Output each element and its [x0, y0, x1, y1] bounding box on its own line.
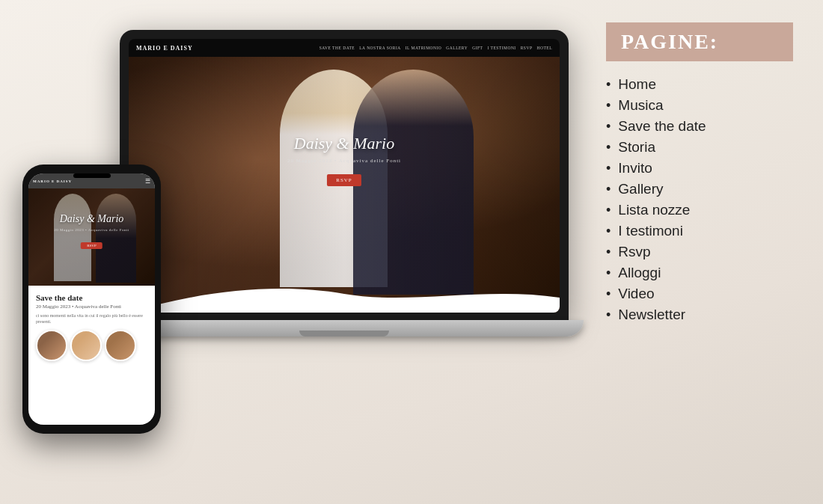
phone-hero: Daisy & Mario 20 Maggio 2023 • Acquaviva… [28, 188, 155, 286]
nav-link[interactable]: I TESTIMONI [487, 46, 515, 50]
nav-link[interactable]: GIFT [472, 46, 483, 50]
site-logo: MARIO E DAISY [136, 45, 193, 52]
nav-item[interactable]: Musica [606, 97, 793, 114]
website-hero: Daisy & Mario 20 Maggio 2023 • Acquaviva… [129, 57, 560, 313]
nav-link[interactable]: LA NOSTRA SORIA [359, 46, 400, 50]
phone-notch [73, 173, 111, 178]
face-1 [37, 331, 66, 360]
phone-hero-subtitle: 20 Maggio 2023 • Acquaviva delle Fonti [54, 228, 129, 232]
phone-hero-title: Daisy & Mario [54, 213, 129, 225]
phone-outer: MARIO E DAISY ☰ Daisy & Mario 20 Maggio … [22, 165, 161, 434]
pagine-header: PAGINE: [606, 22, 793, 61]
nav-item[interactable]: Storia [606, 139, 793, 156]
nav-item[interactable]: Invito [606, 160, 793, 176]
hero-rsvp-button[interactable]: RSVP [327, 174, 361, 186]
phone-logo: MARIO E DAISY [33, 179, 72, 183]
face-3 [106, 331, 135, 360]
nav-item[interactable]: Alloggi [606, 265, 793, 281]
phone-save-text: ci sono momenti nella vita in cui il reg… [36, 313, 147, 325]
face-2 [72, 331, 100, 360]
laptop-screen-outer: MARIO E DAISY SAVE THE DATELA NOSTRA SOR… [120, 30, 569, 322]
hero-subtitle: 20 Maggio 2023 • Acquaviva delle Fonti [287, 158, 401, 164]
phone-photos-row [36, 330, 147, 361]
nav-link[interactable]: GALLERY [446, 46, 468, 50]
nav-link[interactable]: IL MATRIMONIO [406, 46, 442, 50]
laptop-screen-inner: MARIO E DAISY SAVE THE DATELA NOSTRA SOR… [129, 39, 560, 313]
nav-link[interactable]: SAVE THE DATE [319, 46, 355, 50]
phone-hero-rsvp-button[interactable]: RSVP [81, 242, 103, 249]
nav-item[interactable]: Gallery [606, 181, 793, 197]
hero-title: Daisy & Mario [287, 134, 401, 153]
hero-text: Daisy & Mario 20 Maggio 2023 • Acquaviva… [287, 134, 401, 186]
laptop-mockup: MARIO E DAISY SAVE THE DATELA NOSTRA SOR… [120, 30, 584, 366]
nav-link[interactable]: RSVP [521, 46, 533, 50]
nav-item[interactable]: Save the date [606, 118, 793, 135]
phone-screen: MARIO E DAISY ☰ Daisy & Mario 20 Maggio … [28, 173, 155, 425]
hero-wave [129, 283, 560, 313]
photo-circle-1 [36, 330, 67, 361]
nav-item[interactable]: Lista nozze [606, 202, 793, 218]
photo-circle-3 [105, 330, 136, 361]
right-panel: PAGINE: HomeMusicaSave the dateStoriaInv… [584, 0, 823, 504]
phone-save-date: 20 Maggio 2023 • Acquaviva delle Fonti [36, 304, 147, 310]
nav-item[interactable]: Video [606, 286, 793, 302]
nav-item[interactable]: Home [606, 76, 793, 93]
laptop-base [105, 320, 584, 336]
nav-item[interactable]: Rsvp [606, 244, 793, 260]
nav-link[interactable]: HOTEL [536, 46, 552, 50]
nav-item[interactable]: I testimoni [606, 223, 793, 239]
nav-list: HomeMusicaSave the dateStoriaInvitoGalle… [606, 76, 793, 323]
phone-hero-text: Daisy & Mario 20 Maggio 2023 • Acquaviva… [54, 213, 129, 250]
website-nav: MARIO E DAISY SAVE THE DATELA NOSTRA SOR… [129, 39, 560, 57]
phone-mockup: MARIO E DAISY ☰ Daisy & Mario 20 Maggio … [22, 165, 161, 434]
nav-item[interactable]: Newsletter [606, 307, 793, 323]
phone-content: Save the date 20 Maggio 2023 • Acquaviva… [28, 286, 155, 367]
hamburger-icon[interactable]: ☰ [145, 178, 150, 185]
photo-circle-2 [70, 330, 102, 361]
phone-save-title: Save the date [36, 293, 147, 302]
nav-links: SAVE THE DATELA NOSTRA SORIAIL MATRIMONI… [319, 46, 552, 50]
